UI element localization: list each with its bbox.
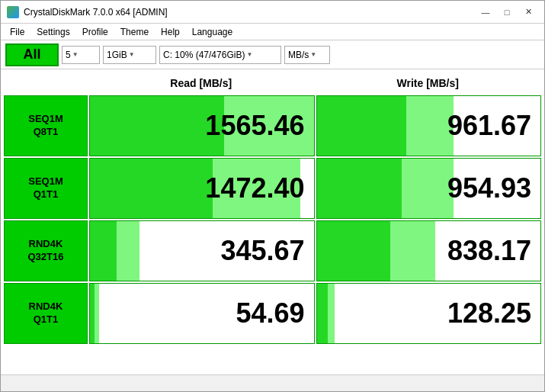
unit-value: MB/s [288, 50, 309, 60]
size-dropdown[interactable]: 1GiB ▼ [103, 46, 156, 64]
write-cell-seq1m-q1t1: 954.93 [316, 158, 542, 219]
table-row: RND4KQ32T16 345.67 838.17 [4, 220, 541, 281]
table-header: Read [MB/s] Write [MB/s] [4, 72, 541, 94]
drive-dropdown[interactable]: C: 10% (47/476GiB) ▼ [159, 46, 281, 64]
write-value-rnd4k-q32t16: 838.17 [447, 235, 531, 267]
main-content: Read [MB/s] Write [MB/s] SEQ1MQ8T1 1565.… [1, 69, 544, 374]
read-value-seq1m-q8t1: 1565.46 [205, 110, 304, 142]
loops-arrow-icon: ▼ [72, 51, 79, 58]
table-row: RND4KQ1T1 54.69 128.25 [4, 283, 541, 344]
table-row: SEQ1MQ1T1 1472.40 954.93 [4, 158, 541, 219]
title-bar: CrystalDiskMark 7.0.0 x64 [ADMIN] — □ ✕ [1, 1, 544, 24]
app-icon [7, 6, 19, 18]
write-value-seq1m-q1t1: 954.93 [447, 172, 531, 204]
header-label-empty [4, 72, 88, 94]
row-label-rnd4k-q1t1: RND4KQ1T1 [4, 283, 88, 344]
read-value-seq1m-q1t1: 1472.40 [205, 172, 304, 204]
all-button[interactable]: All [5, 43, 59, 66]
close-button[interactable]: ✕ [518, 5, 538, 20]
loops-dropdown[interactable]: 5 ▼ [62, 46, 100, 64]
unit-dropdown[interactable]: MB/s ▼ [284, 46, 330, 64]
write-cell-seq1m-q8t1: 961.67 [316, 95, 542, 156]
window-controls: — □ ✕ [476, 5, 538, 20]
drive-value: C: 10% (47/476GiB) [163, 50, 245, 60]
menu-bar: FileSettingsProfileThemeHelpLanguage [1, 24, 544, 40]
row-label-seq1m-q8t1: SEQ1MQ8T1 [4, 95, 88, 156]
header-write: Write [MB/s] [315, 72, 542, 94]
read-cell-seq1m-q8t1: 1565.46 [89, 95, 315, 156]
read-cell-rnd4k-q32t16: 345.67 [89, 220, 315, 281]
maximize-button[interactable]: □ [497, 5, 517, 20]
menu-item-file[interactable]: File [4, 25, 30, 39]
write-value-seq1m-q8t1: 961.67 [447, 110, 531, 142]
write-value-rnd4k-q1t1: 128.25 [447, 297, 531, 329]
write-cell-rnd4k-q1t1: 128.25 [316, 283, 542, 344]
size-value: 1GiB [107, 50, 127, 60]
app-window: CrystalDiskMark 7.0.0 x64 [ADMIN] — □ ✕ … [0, 0, 545, 392]
drive-arrow-icon: ▼ [246, 51, 252, 58]
minimize-button[interactable]: — [476, 5, 495, 20]
read-cell-rnd4k-q1t1: 54.69 [89, 283, 315, 344]
menu-item-language[interactable]: Language [186, 25, 239, 39]
read-value-rnd4k-q32t16: 345.67 [220, 235, 304, 267]
header-read: Read [MB/s] [88, 72, 315, 94]
size-arrow-icon: ▼ [129, 51, 135, 58]
menu-item-theme[interactable]: Theme [114, 25, 155, 39]
read-cell-seq1m-q1t1: 1472.40 [89, 158, 315, 219]
read-value-rnd4k-q1t1: 54.69 [236, 297, 304, 329]
table-row: SEQ1MQ8T1 1565.46 961.67 [4, 95, 541, 156]
menu-item-profile[interactable]: Profile [76, 25, 114, 39]
menu-item-settings[interactable]: Settings [30, 25, 75, 39]
loops-value: 5 [66, 50, 71, 60]
window-title: CrystalDiskMark 7.0.0 x64 [ADMIN] [24, 7, 476, 18]
menu-item-help[interactable]: Help [155, 25, 186, 39]
write-cell-rnd4k-q32t16: 838.17 [316, 220, 542, 281]
unit-arrow-icon: ▼ [310, 51, 316, 58]
toolbar: All 5 ▼ 1GiB ▼ C: 10% (47/476GiB) ▼ MB/s… [1, 40, 544, 69]
row-label-seq1m-q1t1: SEQ1MQ1T1 [4, 158, 88, 219]
status-bar [1, 374, 544, 391]
row-label-rnd4k-q32t16: RND4KQ32T16 [4, 220, 88, 281]
